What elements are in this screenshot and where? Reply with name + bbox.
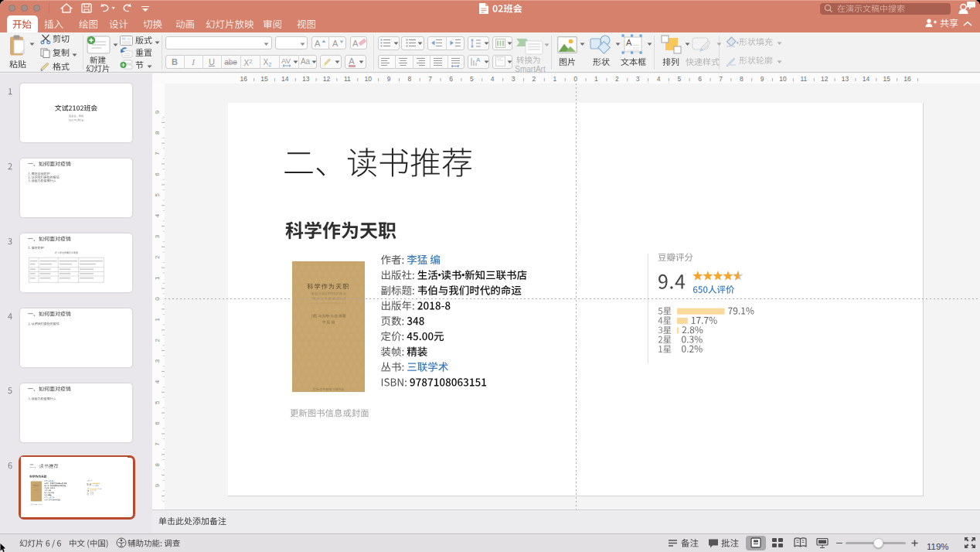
svg-text:3: 3 — [636, 75, 640, 83]
svg-text:7: 7 — [428, 75, 432, 83]
svg-text:7: 7 — [154, 442, 161, 446]
svg-text:1: 1 — [154, 318, 161, 322]
svg-text:12: 12 — [323, 75, 331, 83]
svg-text:4: 4 — [657, 75, 661, 83]
svg-text:7: 7 — [719, 75, 723, 83]
svg-text:2: 2 — [154, 255, 161, 259]
svg-text:9: 9 — [154, 483, 161, 487]
svg-text:15: 15 — [883, 75, 890, 83]
svg-text:9: 9 — [761, 75, 764, 83]
svg-text:9: 9 — [387, 75, 391, 83]
svg-text:16: 16 — [240, 75, 247, 83]
svg-text:4: 4 — [154, 213, 161, 217]
svg-text:6: 6 — [154, 172, 161, 176]
svg-text:16: 16 — [903, 75, 911, 83]
svg-text:14: 14 — [281, 75, 289, 83]
svg-text:0: 0 — [573, 75, 577, 83]
svg-text:13: 13 — [302, 75, 310, 83]
svg-text:1: 1 — [594, 75, 598, 83]
svg-text:0: 0 — [154, 297, 161, 301]
svg-text:8: 8 — [154, 462, 161, 466]
svg-text:6: 6 — [449, 75, 453, 83]
svg-text:11: 11 — [344, 75, 351, 83]
svg-text:1: 1 — [553, 75, 556, 83]
svg-text:6: 6 — [154, 421, 161, 425]
svg-text:2: 2 — [615, 75, 619, 83]
svg-text:3: 3 — [154, 359, 161, 363]
svg-text:8: 8 — [740, 75, 744, 83]
svg-text:4: 4 — [491, 75, 495, 83]
svg-text:10: 10 — [364, 75, 372, 83]
svg-text:3: 3 — [512, 75, 516, 83]
svg-text:2: 2 — [533, 75, 536, 83]
svg-text:15: 15 — [260, 75, 268, 83]
svg-text:13: 13 — [842, 75, 849, 83]
svg-text:5: 5 — [470, 75, 474, 83]
svg-text:10: 10 — [779, 75, 787, 83]
svg-text:2: 2 — [154, 338, 161, 342]
svg-text:6: 6 — [698, 75, 702, 83]
svg-text:5: 5 — [677, 75, 681, 83]
svg-text:5: 5 — [154, 193, 161, 197]
svg-text:3: 3 — [154, 234, 161, 238]
svg-text:5: 5 — [154, 400, 161, 404]
svg-text:4: 4 — [154, 380, 161, 383]
svg-text:11: 11 — [800, 75, 807, 83]
svg-text:12: 12 — [821, 75, 829, 83]
svg-text:14: 14 — [863, 75, 870, 83]
svg-text:8: 8 — [408, 75, 412, 83]
svg-text:9: 9 — [154, 110, 161, 114]
svg-text:8: 8 — [154, 131, 161, 135]
svg-text:7: 7 — [154, 152, 161, 155]
svg-text:A: A — [476, 56, 481, 63]
svg-text:1: 1 — [154, 276, 161, 280]
